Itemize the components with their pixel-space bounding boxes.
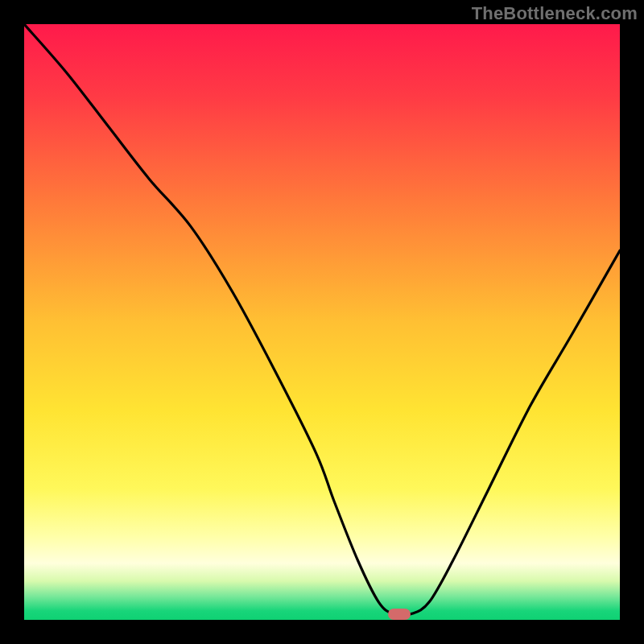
chart-frame: TheBottleneck.com <box>0 0 644 644</box>
bottleneck-curve <box>24 24 620 620</box>
optimal-marker <box>388 609 411 620</box>
watermark-text: TheBottleneck.com <box>472 3 638 24</box>
plot-area <box>24 24 620 620</box>
